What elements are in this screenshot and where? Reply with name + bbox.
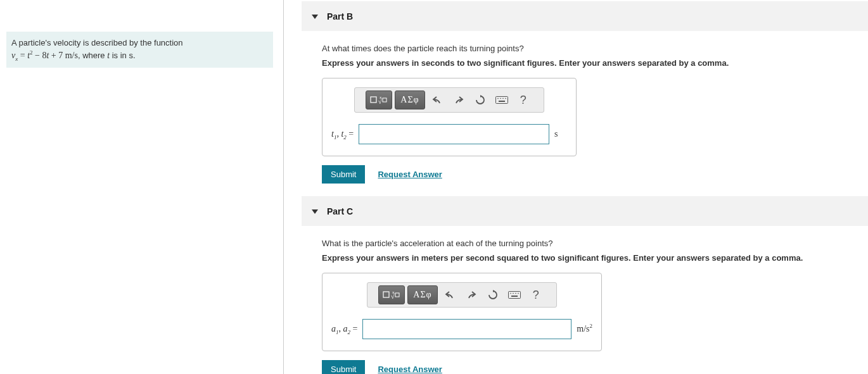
part-b-answer-frame: x√ ΑΣφ (322, 78, 577, 156)
svg-point-8 (505, 98, 506, 99)
svg-text:√: √ (391, 293, 395, 300)
page-layout: A particle's velocity is described by th… (0, 0, 868, 374)
parts-column: Part B At what times does the particle r… (284, 0, 868, 374)
part-c-title: Part C (327, 206, 353, 216)
undo-icon (432, 96, 442, 104)
svg-text:√: √ (378, 98, 382, 105)
part-b-header[interactable]: Part B (302, 1, 868, 31)
svg-point-15 (510, 293, 511, 294)
part-b-question: At what times does the particle reach it… (322, 44, 848, 53)
svg-rect-3 (383, 98, 386, 102)
problem-expression: vx = t2 − 8t + 7 m/s (11, 51, 78, 60)
part-c-unit: m/s2 (577, 324, 592, 334)
templates-button[interactable]: x√ (366, 90, 392, 109)
part-b-input-row: t1, t2 = s (330, 124, 568, 144)
templates-icon: x√ (370, 95, 388, 105)
part-b-var-label: t1, t2 = (331, 129, 354, 139)
keyboard-button[interactable] (492, 90, 511, 109)
svg-point-18 (518, 293, 519, 294)
part-c-input-row: a1, a2 = m/s2 (330, 319, 594, 339)
reset-icon (475, 95, 485, 105)
keyboard-icon (508, 291, 521, 299)
part-c-submit-button[interactable]: Submit (322, 360, 365, 374)
problem-column: A particle's velocity is described by th… (0, 0, 284, 374)
part-c-request-answer-link[interactable]: Request Answer (378, 365, 442, 374)
part-c-body: What is the particle's acceleration at e… (302, 226, 868, 374)
part-b-instruction: Express your answers in seconds to two s… (322, 58, 848, 68)
part-c-frame-wrap: x√ ΑΣφ (322, 273, 848, 351)
part-b: Part B At what times does the particle r… (302, 1, 868, 191)
undo-button[interactable] (440, 285, 459, 304)
greek-button[interactable]: ΑΣφ (395, 90, 424, 109)
part-c-header[interactable]: Part C (302, 196, 868, 226)
redo-icon (466, 290, 476, 299)
svg-point-6 (500, 98, 501, 99)
problem-statement: A particle's velocity is described by th… (6, 32, 273, 68)
part-b-submit-button[interactable]: Submit (322, 165, 365, 184)
part-b-actions: Submit Request Answer (322, 165, 848, 184)
svg-rect-19 (511, 296, 518, 297)
svg-rect-10 (383, 292, 389, 297)
reset-button[interactable] (483, 285, 502, 304)
svg-rect-14 (508, 292, 520, 299)
templates-button[interactable]: x√ (378, 285, 405, 304)
undo-button[interactable] (428, 90, 447, 109)
greek-button[interactable]: ΑΣφ (407, 285, 437, 304)
svg-rect-4 (495, 97, 507, 104)
part-b-answer-input[interactable] (359, 124, 549, 144)
part-c-toolbar: x√ ΑΣφ (367, 282, 557, 308)
svg-point-17 (515, 293, 516, 294)
part-c-question: What is the particle's acceleration at e… (322, 239, 848, 248)
svg-point-16 (513, 293, 514, 294)
help-button[interactable]: ? (514, 90, 533, 109)
part-b-request-answer-link[interactable]: Request Answer (378, 170, 442, 179)
redo-icon (454, 96, 464, 104)
part-c-instruction: Express your answers in meters per secon… (322, 253, 848, 263)
reset-icon (488, 290, 498, 300)
help-button[interactable]: ? (527, 285, 546, 304)
part-c: Part C What is the particle's accelerati… (302, 196, 868, 374)
part-b-unit: s (554, 129, 567, 139)
svg-rect-13 (395, 293, 399, 297)
part-c-answer-frame: x√ ΑΣφ (322, 273, 602, 351)
svg-rect-9 (499, 101, 505, 102)
caret-down-icon (312, 209, 318, 214)
keyboard-button[interactable] (505, 285, 524, 304)
part-c-actions: Submit Request Answer (322, 360, 848, 374)
part-b-body: At what times does the particle reach it… (302, 31, 868, 191)
part-c-answer-input[interactable] (362, 319, 571, 339)
svg-point-7 (502, 98, 504, 99)
reset-button[interactable] (471, 90, 490, 109)
svg-point-5 (497, 98, 499, 99)
svg-rect-0 (371, 97, 376, 103)
caret-down-icon (312, 15, 318, 19)
part-c-var-label: a1, a2 = (331, 324, 357, 334)
problem-line1: A particle's velocity is described by th… (11, 38, 183, 47)
redo-button[interactable] (462, 285, 481, 304)
redo-button[interactable] (449, 90, 468, 109)
templates-icon: x√ (383, 290, 400, 300)
part-b-title: Part B (327, 11, 353, 22)
undo-icon (445, 290, 455, 299)
part-b-toolbar: x√ ΑΣφ (354, 87, 544, 113)
keyboard-icon (495, 96, 508, 104)
